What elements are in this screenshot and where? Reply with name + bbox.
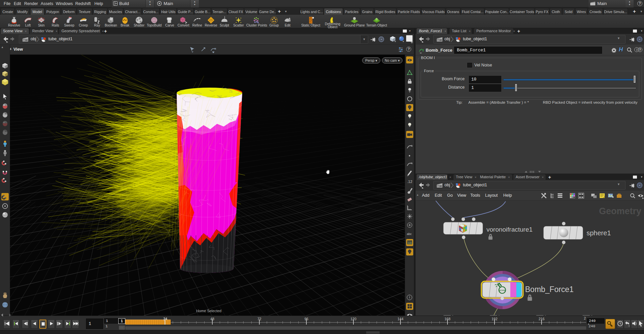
svg-text:.12: .12 xyxy=(407,180,412,184)
svg-text:BOMB: BOMB xyxy=(499,289,505,291)
svg-text:abc: abc xyxy=(407,232,412,236)
svg-text:Bomb_Force1: Bomb_Force1 xyxy=(525,285,573,294)
svg-text:voronoifracture1: voronoifracture1 xyxy=(486,226,532,233)
svg-text:sphere1: sphere1 xyxy=(587,229,611,237)
svg-text:Geometry: Geometry xyxy=(599,206,641,216)
